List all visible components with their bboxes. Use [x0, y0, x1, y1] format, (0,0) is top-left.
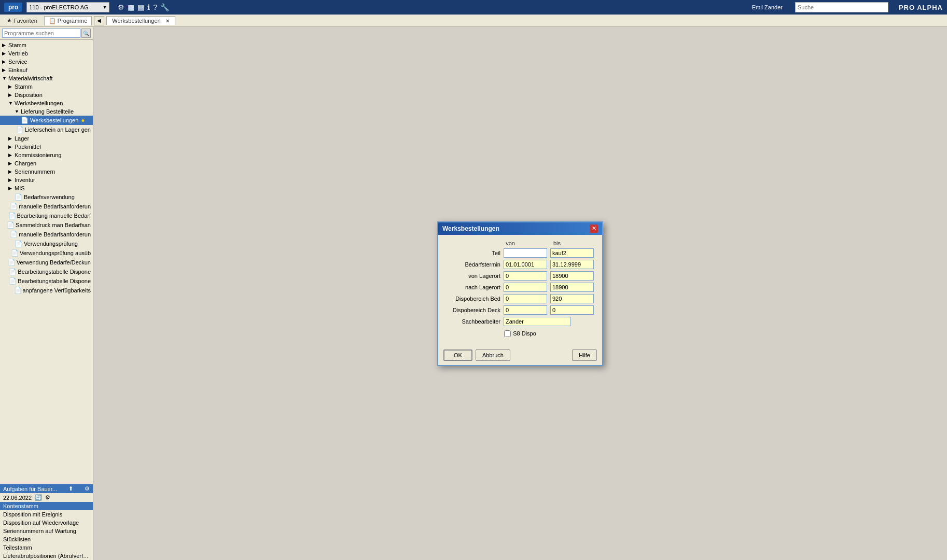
sb-dispo-checkbox[interactable]: [504, 330, 511, 337]
sidebar-item-chargen[interactable]: ▶ Chargen: [0, 159, 93, 167]
von-lagerort-von-input[interactable]: [504, 271, 547, 281]
sidebar-item-verwendung-bedarfe[interactable]: 📄 Verwendung Bedarfe/Deckun: [0, 258, 93, 267]
bedarfstermin-label: Bedarfstermin: [445, 261, 504, 268]
sidebar-item-service[interactable]: ▶ Service: [0, 58, 93, 66]
company-selector[interactable]: 110 - proELECTRO AG ▼: [26, 2, 109, 12]
info-icon[interactable]: ℹ: [147, 3, 150, 11]
arrow-icon: ▶: [8, 161, 15, 166]
teil-label: Teil: [445, 250, 504, 256]
doc-icon: 📄: [16, 126, 24, 133]
sidebar-item-bearbeitungstabelle1[interactable]: 📄 Bearbeitungstabelle Dispone: [0, 267, 93, 276]
tasks-panel: Aufgaben für Bauer... ⬆ ⚙ 22.06.2022 🔄 ⚙…: [0, 484, 93, 560]
sidebar-item-werksbestellungen-leaf[interactable]: 📄 Werksbestellungen ★: [0, 116, 93, 125]
ok-button[interactable]: OK: [443, 349, 472, 361]
sb-dispo-row: S8 Dispo: [445, 330, 595, 337]
arrow-icon: ▶: [8, 186, 15, 191]
hilfe-button[interactable]: Hilfe: [572, 349, 597, 361]
refresh-icon[interactable]: 🔄: [35, 494, 42, 501]
sidebar-item-stamm2[interactable]: ▶ Stamm: [0, 82, 93, 91]
sidebar-item-seriennummern[interactable]: ▶ Seriennummern: [0, 167, 93, 176]
nach-lagerort-bis-input[interactable]: [550, 283, 594, 292]
doc-icon: 📄: [7, 221, 15, 229]
settings2-icon[interactable]: ⚙: [45, 494, 50, 501]
arrow-icon: ▶: [2, 59, 8, 64]
sidebar-item-lager[interactable]: ▶ Lager: [0, 134, 93, 143]
sidebar-item-manuelle2[interactable]: 📄 manuelle Bedarfsanforderun: [0, 230, 93, 239]
sidebar-item-lieferung[interactable]: ▼ Lieferung Bestellteile: [0, 107, 93, 116]
doc-icon: 📄: [15, 193, 23, 201]
doc-icon: 📄: [9, 268, 17, 275]
dialog-title: Werksbestellungen: [442, 225, 499, 232]
form-row-sachbearbeiter: Sachbearbeiter: [445, 317, 595, 326]
sachbearbeiter-input[interactable]: [504, 317, 571, 326]
tab-programmes[interactable]: 📋 Programme: [44, 16, 92, 25]
sidebar-item-disposition[interactable]: ▶ Disposition: [0, 91, 93, 99]
bedarfstermin-bis-input[interactable]: [550, 260, 594, 269]
dispobereich-deck-bis-input[interactable]: [550, 305, 594, 315]
sidebar-item-anpfangene[interactable]: 📄 anpfangene Verfügbarkeits: [0, 286, 93, 295]
sidebar-item-materialwirtschaft[interactable]: ▼ Materialwirtschaft: [0, 74, 93, 82]
sidebar-item-vertrieb[interactable]: ▶ Vertrieb: [0, 49, 93, 58]
sidebar-item-bedarfsverwendung[interactable]: 📄 Bedarfsverwendung: [0, 192, 93, 202]
nach-lagerort-label: nach Lagerort: [445, 284, 504, 290]
sidebar-search-input[interactable]: [2, 29, 80, 38]
teil-bis-input[interactable]: [550, 248, 594, 258]
tab-nav-back[interactable]: ◀: [94, 16, 104, 25]
sidebar-item-verwendungspruefung2[interactable]: 📄 Verwendungsprüfung ausüb: [0, 248, 93, 258]
dispobereich-bed-von-input[interactable]: [504, 294, 547, 303]
sidebar-item-mis[interactable]: ▶ MIS: [0, 184, 93, 192]
sidebar-item-lieferschein[interactable]: 📄 Lieferschein an Lager gen: [0, 125, 93, 134]
form-row-dispobereich-deck: Dispobereich Deck: [445, 305, 595, 315]
dispobereich-deck-von-input[interactable]: [504, 305, 547, 315]
sidebar-item-verwendungspruefung[interactable]: 📄 Verwendungsprüfung: [0, 239, 93, 248]
sidebar-tree: ▶ Stamm ▶ Vertrieb ▶ Service ▶ Einkauf ▼…: [0, 40, 93, 484]
doc-icon: 📄: [11, 249, 19, 257]
tools-icon[interactable]: 🔧: [160, 3, 169, 11]
tab-favorites[interactable]: ★ Favoriten: [2, 16, 42, 25]
expand-icon[interactable]: ⬆: [68, 485, 73, 492]
dialog-titlebar: Werksbestellungen ✕: [438, 222, 602, 235]
app-logo: pro: [4, 3, 22, 12]
abbruch-button[interactable]: Abbruch: [476, 349, 510, 361]
teil-von-input[interactable]: [504, 248, 547, 258]
sidebar-item-bearbeitungstabelle2[interactable]: 📄 Bearbeitungstabelle Dispone: [0, 276, 93, 286]
tasks-item-kontenstamm[interactable]: Kontenstamm: [0, 502, 93, 510]
arrow-icon: ▶: [8, 177, 15, 183]
settings-icon[interactable]: ⚙: [85, 485, 90, 492]
sidebar-item-bearbeitung[interactable]: 📄 Bearbeitung manuelle Bedarf: [0, 211, 93, 220]
tasks-item-dispo-wiedervorlage[interactable]: Disposition auf Wiedervorlage: [0, 519, 93, 527]
sidebar-item-packmittel[interactable]: ▶ Packmittel: [0, 143, 93, 151]
form-row-nach-lagerort: nach Lagerort: [445, 283, 595, 292]
tasks-item-seriennummern[interactable]: Seriennummern auf Wartung: [0, 527, 93, 535]
sidebar-search-button[interactable]: 🔍: [81, 29, 91, 38]
doc-icon: 📄: [9, 277, 17, 285]
prog-icon: 📋: [49, 18, 56, 24]
tab-close-icon[interactable]: ✕: [165, 18, 170, 24]
tasks-item-teilestamm[interactable]: Teilestamm: [0, 543, 93, 552]
table-icon[interactable]: ▤: [137, 3, 144, 11]
tasks-date-row: 22.06.2022 🔄 ⚙: [0, 493, 93, 502]
sidebar-item-manuelle1[interactable]: 📄 manuelle Bedarfsanforderun: [0, 202, 93, 211]
dispobereich-bed-bis-input[interactable]: [550, 294, 594, 303]
nach-lagerort-von-input[interactable]: [504, 283, 547, 292]
global-search-input[interactable]: [795, 2, 888, 12]
dialog-col-headers: von bis: [487, 240, 595, 246]
tasks-item-stuecklisten[interactable]: Stücklisten: [0, 535, 93, 543]
sidebar-item-werksbestellungen-group[interactable]: ▼ Werksbestellungen: [0, 99, 93, 107]
settings-icon[interactable]: ⚙: [118, 3, 124, 11]
tasks-item-dispo-ereignis[interactable]: Disposition mit Ereignis: [0, 510, 93, 519]
tab-werksbestellungen[interactable]: Werksbestellungen ✕: [106, 16, 175, 25]
werksbestellungen-dialog: Werksbestellungen ✕ von bis Teil: [437, 221, 603, 366]
von-lagerort-bis-input[interactable]: [550, 271, 594, 281]
tasks-item-lieferabruf[interactable]: Lieferabrufpositionen (Abrufverfahren 2): [0, 552, 93, 560]
sidebar-item-kommissionierung[interactable]: ▶ Kommissionierung: [0, 151, 93, 159]
help-icon[interactable]: ?: [153, 3, 157, 11]
sidebar-item-stamm1[interactable]: ▶ Stamm: [0, 41, 93, 49]
sidebar-item-sammeldruck[interactable]: 📄 Sammeldruck man Bedarfsan: [0, 220, 93, 230]
bedarfstermin-von-input[interactable]: [504, 260, 547, 269]
col-header-von: von: [487, 240, 534, 246]
dialog-close-button[interactable]: ✕: [590, 225, 598, 233]
sidebar-item-einkauf[interactable]: ▶ Einkauf: [0, 66, 93, 74]
grid-icon[interactable]: ▦: [128, 3, 134, 11]
sidebar-item-inventur[interactable]: ▶ Inventur: [0, 176, 93, 184]
